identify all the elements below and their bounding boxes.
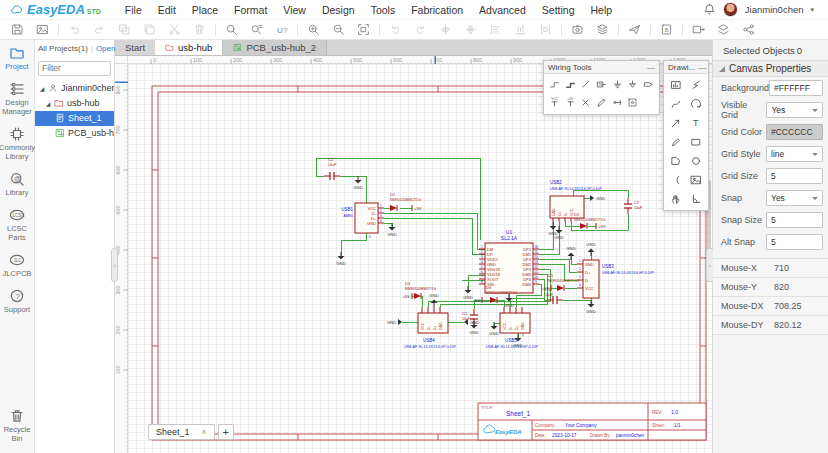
avatar[interactable] — [723, 2, 738, 17]
drawing-tool-polygon-icon[interactable] — [666, 153, 686, 169]
wiring-tool-bus-icon[interactable] — [563, 77, 579, 92]
property-swatch-grid-color[interactable]: #CCCCCC — [766, 124, 823, 140]
toolbar-save-icon[interactable] — [5, 22, 30, 38]
toolbar-flip-h-icon — [433, 22, 458, 38]
open-link[interactable]: Open — [96, 44, 116, 53]
toolbar-find-similar-icon[interactable] — [244, 22, 269, 38]
drawing-tool-text-icon[interactable]: T — [686, 115, 706, 131]
wiring-tool-v5-flag-icon[interactable]: +5V — [563, 95, 579, 110]
property-text-snap-size[interactable]: 5 — [766, 212, 823, 228]
all-projects-link[interactable]: All Projects(1) — [38, 44, 88, 53]
drawing-tool-rect-icon[interactable] — [686, 134, 706, 150]
toolbar-update-ref-icon[interactable]: U? — [269, 22, 294, 38]
sheet-list-chevron-icon[interactable]: ∧ — [202, 428, 207, 436]
panel-splitter-handle[interactable]: ‹ — [111, 248, 118, 282]
toolbar-zoom-out-icon[interactable] — [326, 22, 351, 38]
property-text-grid-size[interactable]: 5 — [766, 168, 823, 184]
tab-pcb-usb-hub-2[interactable]: PCB_usb-hub_2 — [222, 40, 327, 55]
menu-item-file[interactable]: File — [117, 4, 150, 16]
minimize-icon[interactable]: — — [644, 63, 655, 72]
menu-item-design[interactable]: Design — [314, 4, 363, 16]
menu-item-edit[interactable]: Edit — [150, 4, 184, 16]
toolbar-share-icon[interactable] — [736, 22, 761, 38]
drawing-tool-pen-icon[interactable] — [666, 134, 686, 150]
user-menu-chevron-down-icon[interactable]: ▾ — [810, 6, 814, 14]
toolbar-zoom-fit-icon[interactable] — [351, 22, 376, 38]
wiring-tool-net-label-icon[interactable]: N — [594, 77, 610, 92]
menu-item-place[interactable]: Place — [184, 4, 226, 16]
toolbar-export-image-icon[interactable] — [686, 22, 711, 38]
wiring-tool-earth-ground-icon[interactable] — [625, 77, 641, 92]
menu-item-setting[interactable]: Setting — [534, 4, 583, 16]
sheet-tab[interactable]: Sheet_1 ∧ — [148, 424, 215, 440]
sidebar-item-commonly-library[interactable]: Commonly Library — [0, 126, 34, 161]
menu-item-tools[interactable]: Tools — [363, 4, 404, 16]
toolbar-bom-icon[interactable]: B — [654, 22, 679, 38]
drawing-tool-angle-icon[interactable] — [686, 191, 706, 207]
sidebar-item-recycle-bin[interactable]: Recycle Bin — [0, 408, 34, 443]
toolbar-screenshot-area-icon[interactable] — [565, 22, 590, 38]
sidebar-item-library[interactable]: @Library — [0, 171, 34, 197]
property-text-alt-snap[interactable]: 5 — [766, 234, 823, 250]
toolbar-image-icon[interactable] — [30, 22, 55, 38]
toolbar-push-3d-icon[interactable] — [590, 22, 615, 38]
tree-item-pcb-usb-hub-2[interactable]: PCB_usb-hub_2 — [35, 126, 114, 141]
wiring-tool-vcc-flag-icon[interactable]: VCC — [547, 95, 563, 110]
svg-text:700: 700 — [433, 57, 442, 63]
property-select-grid-style[interactable]: line — [766, 146, 823, 162]
tree-item-sheet-1[interactable]: Sheet_1 — [35, 111, 114, 126]
add-sheet-button[interactable]: + — [218, 424, 234, 440]
drawing-tool-arrow-icon[interactable] — [666, 115, 686, 131]
user-name[interactable]: Jianmin0chen — [745, 4, 804, 15]
tree-project-row[interactable]: ◢usb-hub — [35, 96, 114, 111]
drawing-tool-image-icon[interactable] — [686, 172, 706, 188]
drawing-tool-drag-icon[interactable] — [666, 191, 686, 207]
sidebar-item-lcsc-parts[interactable]: LCSCLCSC Parts — [0, 207, 34, 242]
drawing-tool-ellipse-icon[interactable] — [686, 153, 706, 169]
right-panel-collapse-handle[interactable]: ‹ — [706, 248, 713, 282]
tree-user-row[interactable]: ◢Jianmin0chen — [35, 81, 114, 96]
sidebar-item-support[interactable]: ?Support — [0, 288, 34, 314]
schematic-canvas[interactable]: U1SL2.1ADM1DP2VDD53GND4VDD335VDD186XOUT7… — [128, 64, 712, 453]
property-select-snap[interactable]: Yes — [766, 190, 823, 206]
property-select-visible-grid[interactable]: Yes — [766, 102, 823, 118]
drawing-tool-arc-3p-icon[interactable] — [686, 96, 706, 112]
toolbar-fly-netlist-icon[interactable] — [622, 22, 647, 38]
wiring-tools-title: Wiring Tools — [548, 63, 591, 72]
toolbar-layers-eye-icon[interactable] — [711, 22, 736, 38]
menu-item-view[interactable]: View — [275, 4, 314, 16]
property-label: Visible Grid — [721, 100, 766, 120]
tab-start[interactable]: Start — [115, 40, 155, 55]
wiring-tool-ground-icon[interactable] — [609, 77, 625, 92]
menu-item-format[interactable]: Format — [226, 4, 275, 16]
wiring-tool-voltage-probe-icon[interactable] — [594, 95, 610, 110]
menu-item-help[interactable]: Help — [583, 4, 621, 16]
wiring-tool-no-connect-icon[interactable] — [578, 95, 594, 110]
sidebar-item-project[interactable]: Project — [0, 45, 34, 71]
tab-usb-hub[interactable]: usb-hub — [155, 40, 222, 55]
menu-item-fabrication[interactable]: Fabrication — [403, 4, 471, 16]
svg-text:GND: GND — [586, 242, 595, 247]
sidebar-item-design-manager[interactable]: Design Manager — [0, 81, 34, 116]
drawing-tool-canvas-attr-icon[interactable] — [666, 77, 686, 93]
drawing-tool-bezier-icon[interactable] — [666, 96, 686, 112]
minimize-icon[interactable]: — — [695, 63, 706, 72]
wiring-tool-net-flag-icon[interactable] — [625, 95, 641, 110]
tree-expand-caret[interactable]: ◢ — [45, 100, 51, 107]
tree-expand-caret[interactable]: ◢ — [39, 85, 45, 92]
toolbar-search-icon[interactable] — [219, 22, 244, 38]
filter-input[interactable] — [38, 61, 111, 76]
wiring-tool-wire-icon[interactable] — [547, 77, 563, 92]
toolbar-zoom-in-icon[interactable] — [301, 22, 326, 38]
drawing-tool-polyline-icon[interactable] — [686, 77, 706, 93]
drawing-tool-arc-icon[interactable] — [666, 172, 686, 188]
sidebar-item-jlcpcb[interactable]: JLCJLCPCB — [0, 252, 34, 278]
app-logo[interactable]: EasyEDA STD — [8, 3, 101, 16]
property-text-background[interactable]: #FFFFFF — [769, 80, 823, 96]
wiring-tool-net-port-icon[interactable] — [640, 77, 656, 92]
wiring-tool-bus-entry-icon[interactable] — [578, 77, 594, 92]
menu-item-advanced[interactable]: Advanced — [471, 4, 534, 16]
notifications-bell-icon[interactable] — [703, 3, 716, 16]
canvas-properties-header[interactable]: Canvas Properties — [713, 60, 828, 77]
wiring-tool-pin-icon[interactable] — [609, 95, 625, 110]
